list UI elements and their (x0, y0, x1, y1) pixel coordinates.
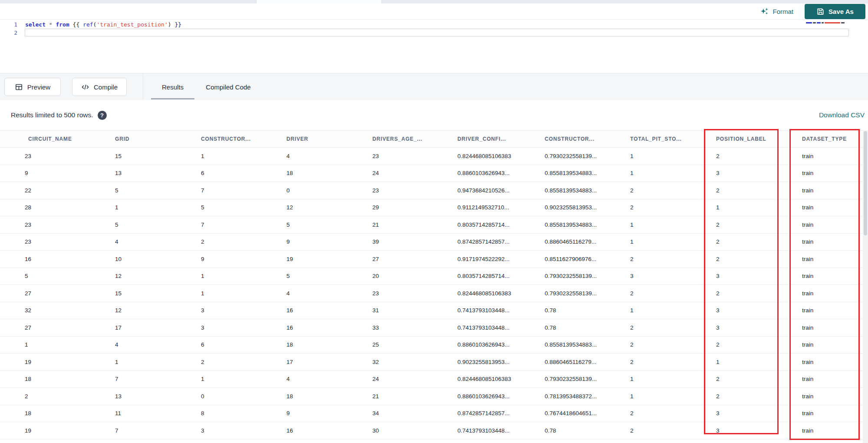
save-as-button[interactable]: Save As (805, 4, 865, 19)
save-as-label: Save As (829, 8, 854, 15)
table-cell: 18 (25, 410, 115, 417)
table-cell: 27 (25, 290, 115, 297)
table-cell: 2 (630, 187, 716, 194)
table-cell: 0.8860465116279... (545, 238, 630, 245)
tab-compiled-code[interactable]: Compiled Code (200, 73, 257, 100)
table-cell: 27 (25, 324, 115, 331)
table-cell: 32 (25, 307, 115, 314)
table-cell: 4 (115, 341, 201, 348)
table-cell: 0.824468085106383 (457, 290, 545, 297)
code-token: {{ (69, 21, 83, 28)
help-icon[interactable]: ? (98, 111, 107, 120)
editor-active-line[interactable] (25, 29, 849, 36)
table-cell: train (802, 307, 868, 314)
code-token: select (25, 21, 46, 28)
table-cell: 20 (372, 273, 457, 279)
table-cell: train (802, 153, 868, 159)
table-cell: 4 (115, 238, 201, 245)
table-cell: 7 (201, 222, 286, 228)
table-cell: 1 (201, 290, 286, 297)
tab-results-label: Results (162, 83, 184, 91)
table-row: 181189340.8742857142857...0.767441860465… (0, 405, 868, 423)
table-cell: 2 (716, 290, 802, 297)
table-cell: 3 (716, 324, 802, 331)
sql-editor[interactable]: 12 select * from {{ ref('train_test_posi… (0, 20, 868, 73)
compile-label: Compile (94, 83, 118, 91)
table-cell: 0.9023255813953... (545, 204, 630, 211)
table-cell: 31 (372, 307, 457, 314)
table-cell: 6 (201, 341, 286, 348)
table-cell: train (802, 393, 868, 400)
table-cell: 25 (372, 341, 457, 348)
table-cell: 19 (286, 256, 372, 262)
table-cell: 5 (286, 273, 372, 279)
table-cell: 0.8860103626943... (457, 170, 545, 176)
table-cell: train (802, 359, 868, 365)
table-cell: train (802, 341, 868, 348)
table-row: 913618240.8860103626943...0.855813953488… (0, 165, 868, 182)
table-cell: 2 (630, 341, 716, 348)
table-cell: 0.78 (545, 427, 630, 434)
table-cell: 0.7413793103448... (457, 324, 545, 331)
table-cell: 0.78 (545, 324, 630, 331)
table-cell: train (802, 222, 868, 228)
table-cell: 5 (201, 204, 286, 211)
header-cell: CONSTRUCTOR... (201, 136, 286, 142)
editor-minimap[interactable] (806, 21, 852, 24)
table-cell: 0.8558139534883... (545, 170, 630, 176)
table-cell: 18 (286, 341, 372, 348)
header-cell: TOTAL_PIT_STO... (630, 136, 716, 142)
table-cell: 1 (716, 359, 802, 365)
tab-results[interactable]: Results (151, 73, 194, 100)
table-cell: 23 (25, 222, 115, 228)
table-cell: 3 (716, 273, 802, 279)
download-csv-link[interactable]: Download CSV (819, 100, 865, 130)
scrollbar-thumb[interactable] (864, 131, 867, 235)
table-cell: 4 (286, 153, 372, 159)
table-cell: 1 (115, 359, 201, 365)
active-file-tab[interactable] (256, 0, 382, 3)
table-cell: 0.7674418604651... (545, 410, 630, 417)
code-line-1[interactable]: select * from {{ ref('train_test_positio… (25, 20, 181, 29)
table-cell: 13 (115, 393, 201, 400)
table-body: 231514230.8244680851063830.7930232558139… (0, 148, 868, 440)
code-token: ) (168, 21, 171, 28)
save-icon (816, 7, 825, 16)
code-token: 'train_test_position' (96, 21, 168, 28)
table-cell: 1 (630, 307, 716, 314)
compile-button[interactable]: Compile (72, 78, 127, 96)
table-cell: 0.8558139534883... (545, 341, 630, 348)
format-button[interactable]: Format (760, 6, 793, 17)
table-row: 23575210.8035714285714...0.8558139534883… (0, 216, 868, 234)
table-row: 14618250.8860103626943...0.8558139534883… (0, 337, 868, 354)
header-cell: CONSTRUCTOR... (545, 136, 630, 142)
table-cell: 23 (25, 153, 115, 159)
line-number: 1 (8, 20, 17, 29)
table-cell: train (802, 427, 868, 434)
table-cell: 4 (286, 290, 372, 297)
table-cell: 21 (372, 222, 457, 228)
preview-button[interactable]: Preview (4, 78, 61, 96)
table-cell: 1 (630, 222, 716, 228)
table-row: 2717316330.7413793103448...0.7823train (0, 319, 868, 337)
file-tab-strip (0, 0, 868, 3)
table-cell: 2 (716, 376, 802, 382)
table-cell: 1 (716, 204, 802, 211)
table-cell: 3 (201, 307, 286, 314)
format-label: Format (773, 8, 793, 15)
table-cell: 0.824468085106383 (457, 376, 545, 382)
code-token: * (49, 21, 53, 28)
table-cell: 0.9473684210526... (457, 187, 545, 194)
table-cell: 2 (25, 393, 115, 400)
code-icon (81, 83, 89, 91)
table-row: 1610919270.9171974522292...0.85116279069… (0, 251, 868, 268)
table-cell: 23 (372, 290, 457, 297)
table-cell: 16 (286, 427, 372, 434)
table-cell: 23 (372, 187, 457, 194)
results-toolbar: Preview Compile Results Compiled Code (0, 73, 868, 100)
tab-compiled-code-label: Compiled Code (206, 83, 250, 91)
table-row: 23429390.8742857142857...0.8860465116279… (0, 234, 868, 251)
table-scrollbar[interactable] (863, 130, 868, 443)
table-cell: 13 (115, 170, 201, 176)
table-cell: 17 (115, 324, 201, 331)
